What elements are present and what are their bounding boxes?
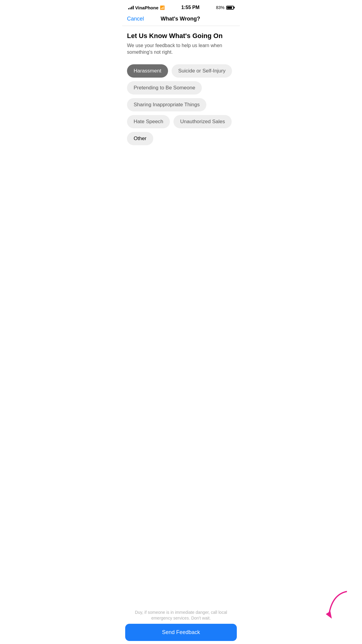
tag-suicide-self-injury[interactable]: Suicide or Self-Injury <box>172 64 232 78</box>
status-left: VinaPhone 📶 <box>128 5 165 10</box>
tag-harassment[interactable]: Harassment <box>127 64 168 78</box>
tag-unauthorized-sales[interactable]: Unauthorized Sales <box>173 115 231 128</box>
carrier-label: VinaPhone <box>135 5 158 10</box>
tag-pretending[interactable]: Pretending to Be Someone <box>127 81 202 95</box>
status-bar: VinaPhone 📶 1:55 PM 83% <box>122 0 240 13</box>
signal-icon <box>128 6 134 9</box>
tag-sharing-inappropriate[interactable]: Sharing Inappropriate Things <box>127 98 206 111</box>
battery-icon <box>226 6 234 10</box>
section-description: We use your feedback to help us learn wh… <box>127 42 235 56</box>
wifi-icon: 📶 <box>160 5 165 10</box>
tag-hate-speech[interactable]: Hate Speech <box>127 115 170 128</box>
nav-bar: Cancel What's Wrong? <box>122 13 240 26</box>
battery-percent-label: 83% <box>216 5 224 10</box>
status-right: 83% <box>216 5 234 10</box>
page-title: What's Wrong? <box>161 16 200 22</box>
cancel-button[interactable]: Cancel <box>127 16 144 22</box>
section-title: Let Us Know What's Going On <box>127 32 235 40</box>
tags-container: Harassment Suicide or Self-Injury Preten… <box>127 64 235 145</box>
status-time: 1:55 PM <box>181 5 199 10</box>
tag-other[interactable]: Other <box>127 132 153 145</box>
main-content: Let Us Know What's Going On We use your … <box>122 26 240 151</box>
